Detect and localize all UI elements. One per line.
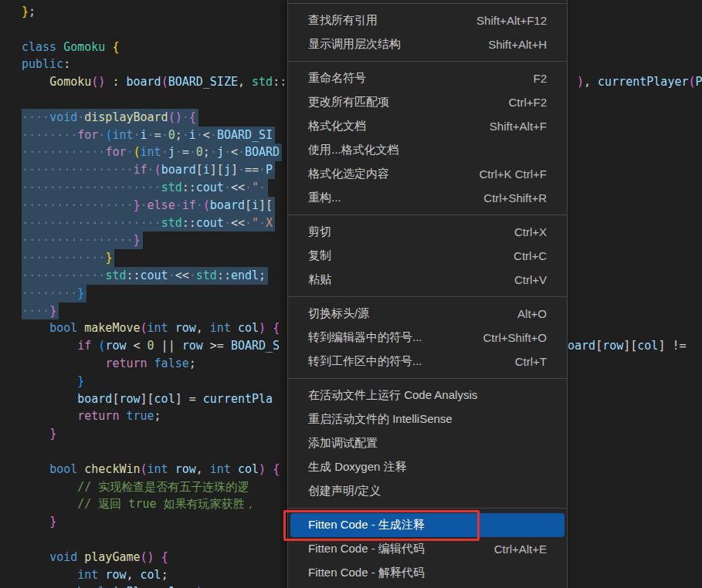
menu-item-label: 剪切 xyxy=(308,225,331,239)
code-line[interactable] xyxy=(22,21,287,39)
menu-item-label: 创建声明/定义 xyxy=(308,484,381,498)
menu-shortcut: Shift+Alt+H xyxy=(488,38,547,51)
menu-item-label: Fitten Code - 解释代码 xyxy=(308,566,425,580)
code-line[interactable]: ············} xyxy=(22,249,287,267)
code-line[interactable]: } xyxy=(22,425,287,443)
selection-highlight: ····} xyxy=(22,302,59,320)
menu-separator xyxy=(288,296,567,297)
menu-shortcut: Shift+Alt+F xyxy=(490,120,547,133)
menu-item[interactable]: 剪切Ctrl+X xyxy=(290,220,565,244)
code-fragment-right-top[interactable]: ), currentPlayer(P xyxy=(577,73,702,91)
code-line[interactable]: if (row < 0 || row >= BOARD_S xyxy=(22,337,287,355)
code-line[interactable]: } xyxy=(22,373,287,390)
menu-separator xyxy=(288,215,567,215)
code-line[interactable]: return false; xyxy=(22,355,287,373)
menu-item[interactable]: 使用...格式化文档 xyxy=(290,138,565,162)
menu-item[interactable]: 重构...Ctrl+Shift+R xyxy=(290,186,565,210)
menu-item-label: 复制 xyxy=(308,248,331,263)
code-line[interactable] xyxy=(22,91,287,109)
code-line[interactable]: void playGame() { xyxy=(22,549,287,566)
menu-item-label: 查找所有引用 xyxy=(308,13,378,28)
menu-item-label: 格式化文档 xyxy=(308,119,366,133)
code-line[interactable]: ····················std::cout·<<·"· xyxy=(22,179,287,197)
code-line[interactable]: ····} xyxy=(22,302,287,320)
menu-item[interactable]: 更改所有匹配项Ctrl+F2 xyxy=(290,90,565,114)
selection-highlight: ········} xyxy=(22,285,86,302)
context-menu: 查找所有引用Shift+Alt+F12显示调用层次结构Shift+Alt+H重命… xyxy=(287,0,568,588)
selection-highlight: ············for·(int·j·=·0;·j·<·BOARD xyxy=(22,144,282,161)
code-line[interactable]: ········} xyxy=(22,285,287,302)
code-line[interactable]: public: xyxy=(22,56,287,73)
menu-item[interactable]: 添加调试配置 xyxy=(290,431,565,455)
menu-item-fitten-generate-comment[interactable]: Fitten Code - 生成注释 xyxy=(290,513,565,537)
code-line[interactable]: ····················std::cout·<<·"·X xyxy=(22,215,287,232)
code-line[interactable]: ········for·(int·i·=·0;·i·<·BOARD_SI xyxy=(22,127,287,144)
menu-item[interactable]: 在活动文件上运行 Code Analysis xyxy=(290,384,565,407)
code-line[interactable]: ················if·(board[i][j]·==·P xyxy=(22,161,287,179)
code-line[interactable]: Gomoku() : board(BOARD_SIZE, std:: xyxy=(22,73,287,91)
code-line[interactable]: ············std::cout·<<·std::endl; xyxy=(22,267,287,285)
menu-item[interactable]: 转到工作区中的符号...Ctrl+T xyxy=(290,350,565,373)
code-line[interactable]: ················}·else·if·(board[i][ xyxy=(22,197,287,215)
menu-shortcut: Ctrl+T xyxy=(515,355,547,368)
menu-item-label: 切换标头/源 xyxy=(308,306,369,321)
code-line[interactable] xyxy=(22,443,287,461)
code-line[interactable]: // 实现检查是否有五子连珠的逻 xyxy=(22,478,287,496)
code-line[interactable]: }; xyxy=(22,3,287,21)
code-editor[interactable]: };class Gomoku {public: Gomoku() : board… xyxy=(22,3,287,588)
code-line[interactable]: bool checkWin(int row, int col) { xyxy=(22,461,287,478)
menu-item-label: 转到编辑器中的符号... xyxy=(308,330,422,345)
menu-item[interactable]: 格式化文档Shift+Alt+F xyxy=(290,114,565,138)
selection-highlight: ················}·else·if·(board[i][ xyxy=(22,197,275,215)
menu-item-label: 添加调试配置 xyxy=(308,436,378,451)
menu-shortcut: Ctrl+C xyxy=(514,249,547,262)
code-line[interactable]: ············for·(int·j·=·0;·j·<·BOARD xyxy=(22,144,287,161)
menu-shortcut: Ctrl+Alt+E xyxy=(494,542,547,556)
selection-highlight: ····················std::cout·<<·"· xyxy=(22,179,268,197)
selection-highlight: ············std::cout·<<·std::endl; xyxy=(22,267,268,285)
selection-highlight: ····················std::cout·<<·"·X xyxy=(22,215,275,232)
code-line[interactable]: class Gomoku { xyxy=(22,39,287,56)
code-line[interactable]: int row, col; xyxy=(22,566,287,584)
menu-item-label: 转到工作区中的符号... xyxy=(308,354,422,369)
menu-item-fitten-edit-code[interactable]: Fitten Code - 编辑代码Ctrl+Alt+E xyxy=(290,537,565,561)
menu-item[interactable]: 重命名符号F2 xyxy=(290,66,565,90)
menu-item-label: 重命名符号 xyxy=(308,71,366,86)
code-line[interactable]: bool isPlayer1 = true; xyxy=(22,583,287,588)
selection-highlight: ················if·(board[i][j]·==·P xyxy=(22,161,275,179)
menu-item[interactable]: 转到编辑器中的符号...Ctrl+Shift+O xyxy=(290,326,565,350)
menu-item[interactable]: 创建声明/定义 xyxy=(290,479,565,503)
code-line[interactable]: ····void·displayBoard()·{ xyxy=(22,109,287,127)
code-line[interactable]: board[row][col] = currentPla xyxy=(22,390,287,408)
code-line[interactable]: bool makeMove(int row, int col) { xyxy=(22,319,287,337)
menu-item-label: 格式化选定内容 xyxy=(308,167,389,181)
menu-item[interactable]: 查找所有引用Shift+Alt+F12 xyxy=(290,8,565,32)
menu-separator xyxy=(288,508,567,509)
selection-highlight: ················} xyxy=(22,231,143,249)
menu-item[interactable]: 切换标头/源Alt+O xyxy=(290,302,565,326)
menu-item[interactable]: 生成 Doxygen 注释 xyxy=(290,455,565,479)
menu-item-fitten-explain-code[interactable]: Fitten Code - 解释代码 xyxy=(290,561,565,585)
code-line[interactable]: return true; xyxy=(22,407,287,425)
menu-shortcut: F2 xyxy=(533,72,547,85)
menu-item-label: 在活动文件上运行 Code Analysis xyxy=(308,388,477,403)
menu-shortcut: Ctrl+X xyxy=(514,225,547,238)
code-line[interactable] xyxy=(22,531,287,549)
menu-item[interactable]: 重启活动文件的 IntelliSense xyxy=(290,407,565,431)
menu-item-label: 更改所有匹配项 xyxy=(308,95,389,110)
menu-item[interactable]: 粘贴Ctrl+V xyxy=(290,268,565,292)
code-line[interactable]: } xyxy=(22,513,287,531)
menu-item-label: 生成 Doxygen 注释 xyxy=(308,460,407,475)
menu-item-label: 重构... xyxy=(308,191,341,205)
menu-shortcut: Ctrl+K Ctrl+F xyxy=(479,167,547,181)
code-line[interactable]: // 返回 true 如果有玩家获胜， xyxy=(22,495,287,513)
code-fragment-right-middle[interactable]: oard[row][col] != xyxy=(568,337,694,355)
menu-item-label: 重启活动文件的 IntelliSense xyxy=(308,412,453,427)
menu-shortcut: Ctrl+Shift+O xyxy=(483,331,547,344)
code-line[interactable]: ················} xyxy=(22,231,287,249)
menu-item[interactable]: 显示调用层次结构Shift+Alt+H xyxy=(290,32,565,56)
menu-item[interactable]: 格式化选定内容Ctrl+K Ctrl+F xyxy=(290,162,565,186)
menu-item[interactable]: 复制Ctrl+C xyxy=(290,244,565,268)
menu-separator xyxy=(288,61,567,62)
menu-separator xyxy=(288,378,567,379)
